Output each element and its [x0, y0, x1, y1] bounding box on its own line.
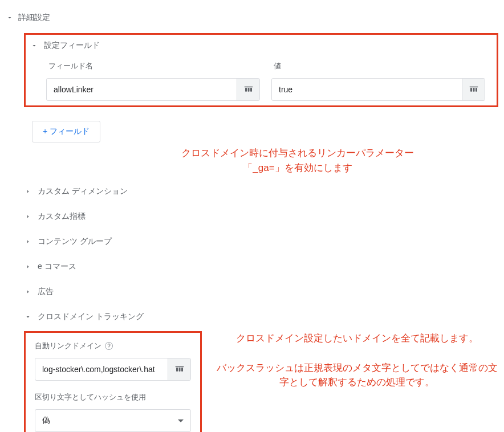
svg-rect-4 [470, 88, 472, 92]
svg-rect-3 [244, 87, 253, 88]
section-content-groups[interactable]: コンテンツ グループ [38, 237, 112, 247]
svg-rect-1 [247, 88, 249, 92]
section-ads[interactable]: 広告 [38, 287, 54, 297]
chevron-right-icon[interactable] [24, 213, 32, 221]
section-custom-metrics[interactable]: カスタム指標 [38, 211, 86, 222]
chevron-down-icon [178, 419, 184, 422]
add-field-button[interactable]: + フィールド [32, 121, 100, 142]
variable-picker-button[interactable] [237, 79, 259, 100]
section-ecommerce[interactable]: e コマース [38, 262, 76, 272]
svg-rect-9 [178, 368, 180, 372]
chevron-down-icon[interactable] [6, 14, 14, 22]
field-value-label: 値 [274, 61, 485, 71]
chevron-down-icon[interactable] [24, 313, 32, 321]
variable-picker-button[interactable] [168, 358, 190, 380]
autolink-domain-label: 自動リンクドメイン [35, 341, 101, 351]
annotation-crossdomain: クロスドメイン設定したいドメインを全て記載します。 バックスラッシュは正規表現の… [216, 331, 498, 390]
svg-rect-5 [473, 88, 474, 92]
chevron-right-icon[interactable] [24, 238, 32, 246]
crossdomain-highlight: 自動リンクドメイン ? 区切り文字としてハッシュを使用 偽 フォームをデコレート… [24, 331, 202, 432]
use-hash-select[interactable]: 偽 [35, 409, 191, 432]
field-name-input[interactable] [47, 79, 237, 100]
chevron-right-icon[interactable] [24, 188, 32, 195]
help-icon[interactable]: ? [105, 342, 113, 350]
settings-fields-title: 設定フィールド [44, 40, 100, 51]
section-crossdomain[interactable]: クロスドメイン トラッキング [38, 312, 144, 322]
svg-rect-7 [469, 87, 478, 88]
svg-rect-8 [176, 368, 178, 372]
advanced-settings-label: 詳細設定 [18, 13, 50, 23]
svg-rect-10 [181, 368, 183, 372]
section-custom-dimensions[interactable]: カスタム ディメンション [38, 186, 128, 197]
field-value-input[interactable] [272, 79, 462, 100]
use-hash-label: 区切り文字としてハッシュを使用 [35, 392, 191, 402]
chevron-right-icon[interactable] [24, 288, 32, 296]
svg-rect-2 [250, 88, 252, 92]
field-name-label: フィールド名 [48, 61, 260, 71]
svg-rect-6 [475, 88, 477, 92]
svg-rect-0 [245, 88, 247, 92]
settings-fields-highlight: 設定フィールド フィールド名 値 [24, 33, 498, 107]
chevron-down-icon[interactable] [30, 42, 38, 50]
svg-rect-11 [175, 366, 184, 368]
annotation-linker: クロスドメイン時に付与されるリンカーパラメーター 「_ga=」を有効にします [138, 146, 457, 175]
autolink-domain-input[interactable] [35, 358, 168, 380]
chevron-right-icon[interactable] [24, 263, 32, 271]
variable-picker-button[interactable] [462, 79, 485, 100]
